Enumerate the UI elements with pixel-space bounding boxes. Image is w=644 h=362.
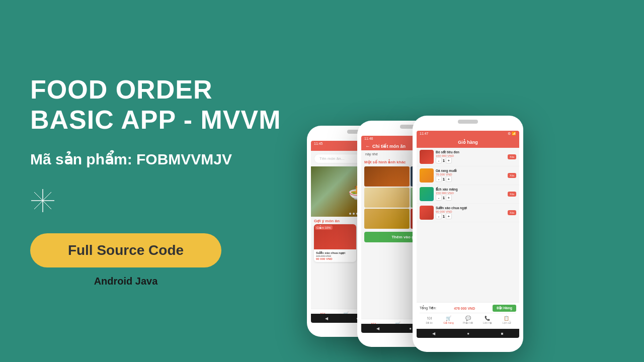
dot-2 — [353, 213, 355, 215]
cart-item-4: Sườn xào chua ngọt 90 000 VND - 1 + Xóa — [417, 204, 519, 222]
cart-item-img-3 — [420, 187, 434, 201]
phone-3: 11:47 ⚙ 📶 Giỏ hàng Bò sốt tiêu đen 160 0… — [413, 116, 523, 352]
android-back-1[interactable]: ◀ — [325, 316, 328, 321]
qty-plus-4[interactable]: + — [446, 213, 452, 219]
platform-label: Android Java — [30, 276, 221, 287]
cart-item-1: Bò sốt tiêu đen 160 000 VND - 1 + Xóa — [417, 148, 519, 166]
total-amount: 476 000 VND — [454, 307, 475, 310]
discount-badge: Giảm 10% — [315, 225, 333, 230]
cart-item-img-2 — [420, 168, 434, 183]
cart-item-name-3: Ếch xào măng — [436, 188, 506, 192]
cart-item-name-4: Sườn xào chua ngọt — [436, 206, 506, 210]
grid-img-1 — [364, 166, 410, 187]
phone-notch-3 — [458, 120, 478, 124]
cart-header: Giỏ hàng — [417, 137, 519, 148]
android-recent-3[interactable]: ■ — [501, 331, 504, 336]
dot-1 — [349, 213, 351, 215]
food-icon-3: 🍽 — [427, 316, 432, 321]
cart-item-2: Gà rang muối 76 000 VND - 1 + Xóa — [417, 166, 519, 185]
food-sale-price-1: 90 000 VND — [316, 257, 354, 260]
qty-control-1: - 1 + — [436, 157, 506, 163]
qty-control-4: - 1 + — [436, 213, 506, 219]
food-card-img-1: Giảm 10% — [314, 224, 356, 249]
total-label: Tổng Tiền: — [420, 306, 436, 310]
android-home-3[interactable]: ● — [467, 331, 469, 336]
nav-history-3[interactable]: 📋 Lịch sử — [497, 316, 516, 324]
qty-num-4: 1 — [443, 215, 445, 218]
delete-btn-3[interactable]: Xóa — [508, 192, 516, 197]
food-name-1: Sườn xào chua ngọt — [316, 251, 354, 254]
feedback-icon-3: 💬 — [465, 316, 471, 321]
delete-btn-4[interactable]: Xóa — [508, 210, 516, 215]
nav-feedback-3[interactable]: 💬 Phản hồi — [458, 316, 477, 324]
qty-plus-3[interactable]: + — [446, 195, 452, 201]
cart-total: Tổng Tiền: 476 000 VND Đặt Hàng — [420, 305, 516, 312]
nav-food-3[interactable]: 🍽 Đồ ăn — [420, 316, 439, 324]
cart-item-img-1 — [420, 150, 434, 164]
qty-plus-1[interactable]: + — [446, 157, 452, 163]
cart-item-details-3: Ếch xào măng 150 000 VND - 1 + — [436, 188, 506, 201]
nav-cart-3[interactable]: 🛒 Giỏ hàng — [439, 316, 458, 324]
cart-item-details-2: Gà rang muối 76 000 VND - 1 + — [436, 169, 506, 182]
contact-icon-3: 📞 — [485, 316, 490, 321]
nav-contact-3[interactable]: 📞 Liên hệ — [477, 316, 497, 324]
cart-item-name-1: Bò sốt tiêu đen — [436, 150, 506, 154]
product-code: Mã sản phẩm: FOBMVVMJV — [30, 150, 282, 168]
cta-button[interactable]: Full Source Code — [30, 233, 221, 267]
qty-num-2: 1 — [443, 177, 445, 181]
qty-minus-1[interactable]: - — [436, 157, 442, 163]
android-nav-3: ◀ ● ■ — [417, 329, 519, 338]
cart-footer: Tổng Tiền: 476 000 VND Đặt Hàng 🍽 Đồ ăn … — [417, 302, 519, 329]
cart-item-3: Ếch xào măng 150 000 VND - 1 + Xóa — [417, 185, 519, 204]
cart-icon-3: 🛒 — [446, 316, 451, 321]
android-home-2[interactable]: ● — [409, 326, 412, 331]
android-back-3[interactable]: ◀ — [432, 331, 435, 336]
detail-title: Chi tiết món ăn — [372, 144, 406, 149]
phone-3-screen: 11:47 ⚙ 📶 Giỏ hàng Bò sốt tiêu đen 160 0… — [417, 131, 519, 338]
delete-btn-2[interactable]: Xóa — [508, 173, 516, 178]
star-decoration-icon — [30, 188, 55, 213]
grid-img-5 — [364, 209, 410, 229]
qty-minus-2[interactable]: - — [436, 176, 442, 182]
phones-panel: 11:45 ⚙ 📶 Tên món ăn... G — [312, 0, 644, 362]
cart-item-name-2: Gà rang muối — [436, 169, 506, 173]
cart-item-details-4: Sườn xào chua ngọt 90 000 VND - 1 + — [436, 206, 506, 219]
cart-item-img-4 — [420, 206, 434, 220]
delete-btn-1[interactable]: Xóa — [508, 154, 516, 159]
cart-item-details-1: Bò sốt tiêu đen 160 000 VND - 1 + — [436, 150, 506, 163]
back-button[interactable]: ← — [365, 143, 370, 149]
qty-minus-4[interactable]: - — [436, 213, 442, 219]
app-title: FOOD ORDER BASIC APP - MVVM — [30, 75, 282, 135]
food-card-1[interactable]: Giảm 10% Sườn xào chua ngọt 100.000 VND … — [314, 224, 356, 262]
qty-control-3: - 1 + — [436, 195, 506, 201]
order-button[interactable]: Đặt Hàng — [493, 305, 516, 312]
left-panel: FOOD ORDER BASIC APP - MVVM Mã sản phẩm:… — [0, 0, 312, 362]
bottom-nav-3: 🍽 Đồ ăn 🛒 Giỏ hàng 💬 Phản hồi 📞 Liên hệ — [420, 313, 516, 327]
qty-num-1: 1 — [443, 159, 445, 162]
status-bar-3: 11:47 ⚙ 📶 — [417, 131, 519, 137]
grid-img-3 — [364, 188, 410, 208]
qty-plus-2[interactable]: + — [446, 176, 452, 182]
qty-num-3: 1 — [443, 196, 445, 200]
android-back-2[interactable]: ◀ — [376, 326, 379, 331]
qty-control-2: - 1 + — [436, 176, 506, 182]
history-icon-3: 📋 — [504, 316, 509, 321]
qty-minus-3[interactable]: - — [436, 195, 442, 201]
